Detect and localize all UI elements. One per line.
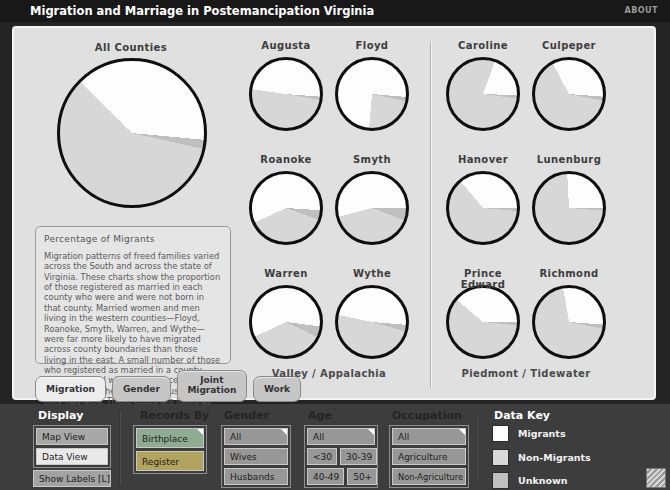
register-button-label: Register (142, 457, 179, 467)
age-row: 40-49 50+ (307, 468, 375, 485)
about-link[interactable]: ABOUT (624, 6, 658, 15)
info-box-title: Percentage of Migrants (44, 234, 222, 244)
view-mode-group: Map View Data View (33, 425, 111, 468)
occupation-label: Occupation (392, 409, 462, 422)
age-50-plus-button[interactable]: 50+ (347, 468, 377, 485)
selected-corner-icon (281, 429, 287, 435)
county-pie-cell: Augusta (243, 40, 329, 128)
pie-caroline[interactable] (446, 57, 520, 131)
records-by-group: Birthplace Register (133, 425, 207, 474)
separator (120, 412, 121, 484)
legend-unknown: Unknown (492, 472, 568, 489)
pie-all-counties[interactable] (57, 58, 207, 208)
pie-prince-edward[interactable] (446, 285, 520, 359)
data-key-label: Data Key (494, 409, 550, 422)
occupation-group: All Agriculture Non-Agriculture (389, 425, 469, 488)
display-label: Display (38, 409, 83, 422)
occupation-agriculture-button[interactable]: Agriculture (392, 448, 466, 465)
county-pie-cell: Culpeper (526, 40, 612, 128)
pie-hanover[interactable] (446, 171, 520, 245)
migrants-key-label: Migrants (518, 428, 566, 439)
data-view-button[interactable]: Data View (36, 448, 108, 465)
gender-group: All Wives Husbands (221, 425, 291, 488)
age-group: All <30 30-39 40-49 50+ (304, 425, 378, 488)
age-all-label: All (313, 432, 324, 442)
age-under-30-button[interactable]: <30 (307, 448, 337, 465)
county-pie-cell: Lunenburg (526, 154, 612, 242)
occupation-all-label: All (398, 432, 409, 442)
age-row: <30 30-39 (307, 448, 375, 465)
caption-piedmont-tidewater: Piedmont / Tidewater (440, 368, 612, 379)
county-label: Smyth (329, 154, 415, 168)
tab-gender[interactable]: Gender (112, 376, 171, 402)
pie-culpeper[interactable] (532, 57, 606, 131)
pie-floyd[interactable] (335, 57, 409, 131)
unknown-key-label: Unknown (518, 475, 568, 486)
control-bar: Display Map View Data View Show Labels [… (0, 404, 670, 490)
gender-label: Gender (224, 409, 269, 422)
age-30-39-button[interactable]: 30-39 (340, 448, 377, 465)
pie-lunenburg[interactable] (532, 171, 606, 245)
county-pie-cell: Prince Edward (440, 268, 526, 356)
county-label: Floyd (329, 40, 415, 54)
selected-corner-icon (368, 429, 374, 435)
age-40-49-button[interactable]: 40-49 (307, 468, 344, 485)
county-label: Augusta (243, 40, 329, 54)
age-label: Age (308, 409, 332, 422)
unknown-swatch (492, 472, 509, 489)
pie-roanoke[interactable] (249, 171, 323, 245)
gender-wives-button[interactable]: Wives (224, 448, 288, 465)
birthplace-button-label: Birthplace (142, 434, 188, 444)
pie-augusta[interactable] (249, 57, 323, 131)
county-label: Culpeper (526, 40, 612, 54)
gender-wives-label: Wives (230, 452, 257, 462)
county-label: Warren (243, 268, 329, 282)
title-bar: Migration and Marriage in Postemancipati… (0, 0, 670, 22)
occupation-all-button[interactable]: All (392, 428, 466, 445)
caption-valley-appalachia: Valley / Appalachia (243, 368, 415, 379)
gender-husbands-label: Husbands (230, 472, 275, 482)
county-label: Richmond (526, 268, 612, 282)
gender-all-button[interactable]: All (224, 428, 288, 445)
pie-richmond[interactable] (532, 285, 606, 359)
register-button[interactable]: Register (136, 451, 204, 471)
non-migrants-key-label: Non-Migrants (518, 452, 591, 463)
county-pie-cell: Caroline (440, 40, 526, 128)
tab-migration[interactable]: Migration (35, 376, 106, 402)
all-counties-label: All Counties (31, 42, 231, 56)
county-pie-cell: Smyth (329, 154, 415, 242)
gender-all-label: All (230, 432, 241, 442)
pie-warren[interactable] (249, 285, 323, 359)
valley-pie-grid: AugustaFloydRoanokeSmythWarrenWythe (243, 40, 415, 356)
county-pie-cell: Richmond (526, 268, 612, 356)
county-label: Hanover (440, 154, 526, 168)
info-box: Percentage of Migrants Migration pattern… (35, 226, 231, 364)
migrants-swatch (492, 425, 509, 442)
birthplace-button[interactable]: Birthplace (136, 428, 204, 448)
selected-corner-icon (197, 429, 203, 435)
show-labels-button[interactable]: Show Labels [L] (33, 470, 111, 487)
tab-work[interactable]: Work (253, 376, 301, 402)
separator (477, 412, 478, 484)
county-pie-cell: Hanover (440, 154, 526, 242)
occupation-non-agriculture-button[interactable]: Non-Agriculture (392, 468, 466, 485)
county-label: Caroline (440, 40, 526, 54)
county-pie-cell: Roanoke (243, 154, 329, 242)
county-label: Roanoke (243, 154, 329, 168)
occupation-non-agriculture-label: Non-Agriculture (398, 472, 463, 482)
pie-wythe[interactable] (335, 285, 409, 359)
legend-migrants: Migrants (492, 425, 566, 442)
age-all-button[interactable]: All (307, 428, 375, 445)
county-label: Wythe (329, 268, 415, 282)
pie-smyth[interactable] (335, 171, 409, 245)
county-pie-cell: Floyd (329, 40, 415, 128)
chart-panel: All Counties Percentage of Migrants Migr… (12, 26, 656, 400)
occupation-agriculture-label: Agriculture (398, 452, 448, 462)
selected-corner-icon (459, 429, 465, 435)
tab-joint-migration[interactable]: Joint Migration (177, 370, 247, 402)
region-divider (430, 42, 431, 388)
gender-husbands-button[interactable]: Husbands (224, 468, 288, 485)
non-migrants-swatch (492, 449, 509, 466)
map-view-button[interactable]: Map View (36, 428, 108, 445)
resize-grip-icon[interactable] (646, 468, 666, 488)
